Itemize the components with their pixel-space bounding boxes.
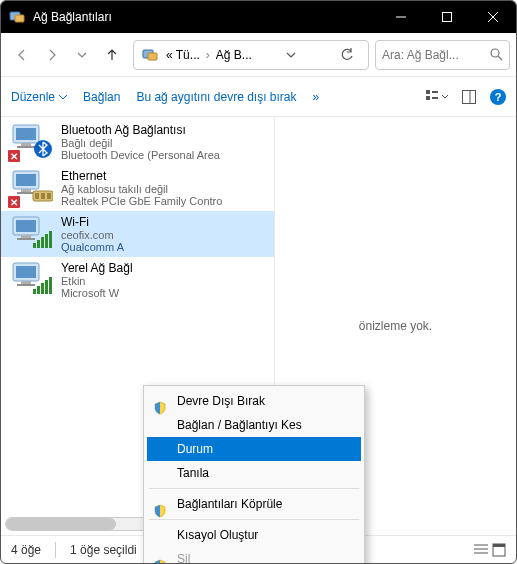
address-bar[interactable]: « Tü... › Ağ B... <box>133 40 369 70</box>
svg-rect-35 <box>41 237 44 248</box>
svg-rect-7 <box>148 53 157 60</box>
up-button[interactable] <box>97 40 127 70</box>
connection-icon: ✕ <box>9 123 53 161</box>
svg-rect-33 <box>33 243 36 248</box>
svg-rect-34 <box>37 240 40 248</box>
navigation-bar: « Tü... › Ağ B... Ara: Ağ Bağl... <box>1 33 516 77</box>
menu-item-label: Tanıla <box>177 466 209 480</box>
svg-rect-46 <box>49 277 52 294</box>
svg-rect-36 <box>45 234 48 248</box>
details-view-button[interactable] <box>474 543 488 557</box>
menu-item-label: Bağlantıları Köprüle <box>177 497 282 511</box>
connection-status: ceofix.com <box>61 229 124 241</box>
menu-item[interactable]: Kısayol Oluştur <box>147 523 361 547</box>
connection-name: Ethernet <box>61 169 222 183</box>
disable-device-button[interactable]: Bu ağ aygıtını devre dışı bırak <box>136 90 296 104</box>
error-badge-icon: ✕ <box>7 149 21 163</box>
network-connection-item[interactable]: Wi-Ficeofix.comQualcomm A <box>1 211 274 257</box>
svg-rect-28 <box>47 193 51 199</box>
context-menu: Devre Dışı BırakBağlan / Bağlantıyı KesD… <box>143 385 365 564</box>
help-button[interactable]: ? <box>490 89 506 105</box>
forward-button[interactable] <box>37 40 67 70</box>
content-area: ✕Bluetooth Ağ BağlantısıBağlı değilBluet… <box>1 117 516 535</box>
maximize-button[interactable] <box>424 1 470 33</box>
connection-name: Bluetooth Ağ Bağlantısı <box>61 123 220 137</box>
dropdown-icon[interactable] <box>286 50 310 60</box>
svg-rect-14 <box>463 90 476 103</box>
large-icons-view-button[interactable] <box>492 543 506 557</box>
preview-pane-button[interactable] <box>462 90 476 104</box>
svg-rect-11 <box>426 96 430 100</box>
menu-item: Sil <box>147 547 361 564</box>
view-options-button[interactable] <box>426 90 448 104</box>
back-button[interactable] <box>7 40 37 70</box>
connection-icon <box>9 261 53 299</box>
svg-rect-22 <box>16 174 36 186</box>
connect-button[interactable]: Bağlan <box>83 90 120 104</box>
menu-separator <box>149 519 359 520</box>
connection-device: Microsoft W <box>61 287 133 299</box>
menu-item-label: Sil <box>177 552 190 564</box>
svg-rect-39 <box>16 266 36 278</box>
recent-dropdown[interactable] <box>67 40 97 70</box>
svg-rect-51 <box>493 544 505 547</box>
svg-rect-31 <box>21 235 31 238</box>
connection-name: Yerel Ağ Bağl <box>61 261 133 275</box>
svg-rect-3 <box>443 13 452 22</box>
svg-rect-44 <box>41 283 44 294</box>
svg-rect-23 <box>21 189 31 192</box>
svg-rect-10 <box>426 90 430 94</box>
menu-separator <box>149 488 359 489</box>
svg-rect-27 <box>41 193 45 199</box>
connection-status: Etkin <box>61 275 133 287</box>
window-title: Ağ Bağlantıları <box>33 10 378 24</box>
connection-device: Realtek PCIe GbE Family Contro <box>61 195 222 207</box>
connection-icon <box>9 215 53 253</box>
refresh-button[interactable] <box>340 48 364 62</box>
network-connection-item[interactable]: ✕Bluetooth Ağ BağlantısıBağlı değilBluet… <box>1 119 274 165</box>
connection-status: Ağ kablosu takılı değil <box>61 183 222 195</box>
app-icon <box>9 9 25 25</box>
svg-point-8 <box>491 49 499 57</box>
separator <box>55 542 56 558</box>
menu-item-label: Kısayol Oluştur <box>177 528 258 542</box>
svg-rect-18 <box>21 143 31 146</box>
chevron-right-icon[interactable]: › <box>204 48 212 62</box>
search-placeholder: Ara: Ağ Bağl... <box>382 48 490 62</box>
search-input[interactable]: Ara: Ağ Bağl... <box>375 40 510 70</box>
menu-item[interactable]: Bağlantıları Köprüle <box>147 492 361 516</box>
organize-button[interactable]: Düzenle <box>11 90 67 104</box>
command-bar: Düzenle Bağlan Bu ağ aygıtını devre dışı… <box>1 77 516 117</box>
svg-rect-30 <box>16 220 36 232</box>
svg-rect-45 <box>45 280 48 294</box>
network-connection-item[interactable]: ✕EthernetAğ kablosu takılı değilRealtek … <box>1 165 274 211</box>
close-button[interactable] <box>470 1 516 33</box>
svg-rect-1 <box>15 15 24 22</box>
menu-item-label: Devre Dışı Bırak <box>177 394 265 408</box>
svg-rect-13 <box>432 97 438 99</box>
menu-item[interactable]: Devre Dışı Bırak <box>147 389 361 413</box>
item-count: 4 öğe <box>11 543 41 557</box>
connection-device: Bluetooth Device (Personal Area <box>61 149 220 161</box>
breadcrumb-segment[interactable]: Ağ B... <box>212 48 256 62</box>
menu-item[interactable]: Bağlan / Bağlantıyı Kes <box>147 413 361 437</box>
svg-line-9 <box>498 56 502 60</box>
svg-rect-43 <box>37 286 40 294</box>
connection-name: Wi-Fi <box>61 215 124 229</box>
svg-rect-40 <box>21 281 31 284</box>
svg-rect-32 <box>17 238 35 240</box>
error-badge-icon: ✕ <box>7 195 21 209</box>
overflow-button[interactable]: » <box>313 90 320 104</box>
svg-rect-41 <box>17 284 35 286</box>
location-icon <box>142 47 158 63</box>
menu-item-label: Durum <box>177 442 213 456</box>
menu-item[interactable]: Durum <box>147 437 361 461</box>
network-connection-item[interactable]: Yerel Ağ BağlEtkinMicrosoft W <box>1 257 274 303</box>
connection-icon: ✕ <box>9 169 53 207</box>
svg-rect-19 <box>17 146 35 148</box>
breadcrumb-segment[interactable]: « Tü... <box>162 48 204 62</box>
minimize-button[interactable] <box>378 1 424 33</box>
title-bar: Ağ Bağlantıları <box>1 1 516 33</box>
svg-rect-12 <box>432 91 438 93</box>
menu-item[interactable]: Tanıla <box>147 461 361 485</box>
